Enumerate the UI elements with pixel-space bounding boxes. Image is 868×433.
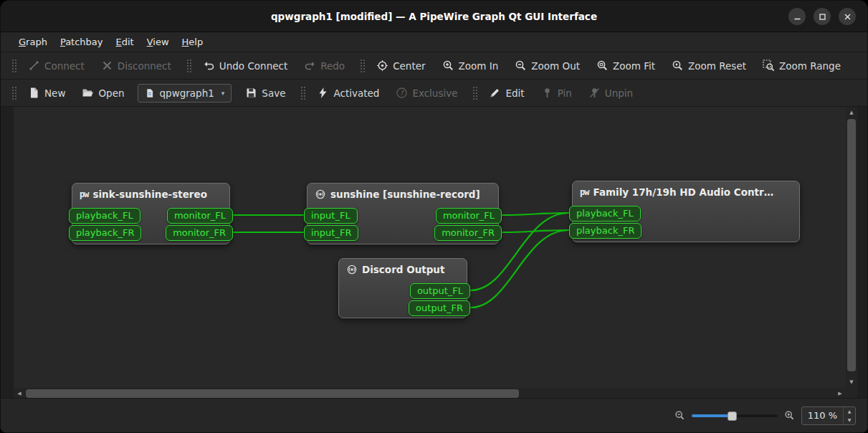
menu-graph[interactable]: Graph — [12, 34, 54, 50]
pin-button[interactable]: Pin — [535, 83, 578, 103]
open-button[interactable]: Open — [75, 83, 130, 103]
graph-canvas[interactable]: pw sink-sunshine-stereo playback_FL play… — [14, 107, 846, 388]
node-sink-sunshine-stereo[interactable]: pw sink-sunshine-stereo playback_FL play… — [72, 183, 230, 244]
exclusive-label: Exclusive — [412, 87, 457, 99]
patchbay-profile-combobox[interactable]: qpwgraph1 ▾ — [138, 84, 232, 103]
menu-help[interactable]: Help — [176, 34, 210, 50]
port-monitor-fl[interactable]: monitor_FL — [436, 208, 502, 224]
zoom-range-button[interactable]: Zoom Range — [756, 56, 847, 75]
save-button[interactable]: Save — [239, 83, 292, 103]
port-playback-fr[interactable]: playback_FR — [569, 223, 642, 239]
maximize-button[interactable] — [814, 8, 831, 25]
main-toolbar: Connect Disconnect Undo Connect Redo — [1, 52, 867, 80]
activated-bolt-icon — [317, 87, 329, 99]
maximize-icon — [819, 13, 826, 21]
toolbar-drag-handle[interactable] — [360, 59, 365, 73]
vertical-scrollbar-handle[interactable] — [847, 119, 856, 371]
disconnect-button[interactable]: Disconnect — [95, 56, 178, 75]
minimize-button[interactable] — [788, 8, 806, 25]
app-window: qpwgraph1 [modified] — A PipeWire Graph … — [0, 0, 868, 433]
redo-icon — [304, 60, 316, 72]
chevron-down-icon: ▾ — [221, 90, 225, 97]
close-icon — [844, 13, 852, 21]
center-label: Center — [393, 60, 425, 72]
zoom-fit-label: Zoom Fit — [613, 60, 655, 72]
undo-connect-label: Undo Connect — [219, 60, 287, 72]
close-button[interactable] — [839, 8, 856, 25]
scroll-down-arrow[interactable]: ▼ — [846, 376, 857, 388]
unpin-button[interactable]: Unpin — [582, 83, 639, 103]
zoom-range-label: Zoom Range — [779, 60, 841, 72]
node-family-hd-audio[interactable]: pw Family 17h/19h HD Audio Contr… playba… — [572, 181, 800, 242]
pin-icon — [541, 87, 553, 99]
port-output-fl[interactable]: output_FL — [410, 283, 470, 299]
vertical-scrollbar[interactable]: ▲ ▼ — [846, 107, 857, 388]
center-button[interactable]: Center — [370, 56, 431, 75]
connect-icon — [28, 60, 40, 72]
zoom-slider[interactable] — [692, 411, 778, 421]
patchbay-toolbar: New Open qpwgraph1 ▾ Save — [1, 80, 867, 107]
toolbar-drag-handle[interactable] — [186, 59, 191, 73]
zoom-spinbox[interactable]: 110 % ▲ ▼ — [801, 406, 856, 425]
port-monitor-fr[interactable]: monitor_FR — [166, 225, 233, 241]
toolbar-drag-handle[interactable] — [11, 59, 16, 73]
spin-up-button[interactable]: ▲ — [844, 407, 855, 416]
exclusive-toggle[interactable]: f Exclusive — [389, 83, 464, 103]
redo-button[interactable]: Redo — [297, 56, 351, 75]
window-title: qpwgraph1 [modified] — A PipeWire Graph … — [1, 1, 867, 32]
toolbar-drag-handle[interactable] — [300, 86, 305, 100]
zoom-fit-button[interactable]: Zoom Fit — [590, 56, 662, 75]
port-playback-fr[interactable]: playback_FR — [69, 225, 141, 241]
horizontal-scrollbar-handle[interactable] — [26, 389, 519, 398]
open-label: Open — [98, 87, 124, 99]
zoom-reset-icon — [672, 60, 684, 72]
port-output-fr[interactable]: output_FR — [409, 300, 470, 316]
toolbar-drag-handle[interactable] — [472, 86, 477, 100]
port-input-fl[interactable]: input_FL — [304, 208, 358, 224]
node-header: pw sink-sunshine-stereo — [72, 184, 229, 203]
new-button[interactable]: New — [22, 83, 72, 103]
patchbay-file-icon — [145, 88, 155, 98]
node-discord-output[interactable]: Discord Output output_FL output_FR — [338, 258, 467, 318]
menu-view[interactable]: View — [140, 34, 176, 50]
unpin-icon — [588, 87, 601, 99]
unpin-label: Unpin — [605, 87, 633, 99]
status-bar: 110 % ▲ ▼ — [1, 398, 867, 432]
node-title: Family 17h/19h HD Audio Contr… — [593, 186, 773, 198]
scroll-up-arrow[interactable]: ▲ — [846, 107, 857, 118]
zoom-in-button[interactable]: Zoom In — [436, 56, 505, 75]
zoom-in-small-icon[interactable] — [784, 410, 795, 421]
activated-label: Activated — [333, 87, 379, 99]
exclusive-icon: f — [396, 87, 408, 99]
undo-connect-button[interactable]: Undo Connect — [196, 56, 294, 75]
node-title: Discord Output — [362, 264, 444, 275]
port-input-fr[interactable]: input_FR — [304, 225, 358, 241]
zoom-controls: 110 % ▲ ▼ — [674, 406, 856, 425]
spin-down-button[interactable]: ▼ — [844, 416, 855, 424]
activated-toggle[interactable]: Activated — [310, 83, 386, 103]
node-title: sink-sunshine-stereo — [92, 189, 207, 200]
save-label: Save — [262, 87, 285, 99]
menu-edit[interactable]: Edit — [110, 34, 140, 50]
toolbar-drag-handle[interactable] — [11, 86, 16, 100]
connect-button[interactable]: Connect — [22, 56, 91, 75]
edit-toggle[interactable]: Edit — [482, 83, 530, 103]
pipewire-icon: pw — [80, 189, 88, 199]
zoom-out-label: Zoom Out — [531, 60, 580, 72]
port-playback-fl[interactable]: playback_FL — [69, 208, 140, 224]
node-sunshine[interactable]: sunshine [sunshine-record] input_FL inpu… — [307, 183, 499, 244]
patchbay-profile-value: qpwgraph1 — [160, 87, 214, 99]
port-monitor-fl[interactable]: monitor_FL — [167, 208, 233, 224]
zoom-out-small-icon[interactable] — [674, 410, 685, 421]
menu-patchbay[interactable]: Patchbay — [54, 34, 110, 50]
speaker-icon — [315, 189, 326, 200]
zoom-out-button[interactable]: Zoom Out — [508, 56, 586, 75]
menu-bar: Graph Patchbay Edit View Help — [1, 32, 867, 52]
zoom-reset-button[interactable]: Zoom Reset — [665, 56, 753, 75]
center-icon — [376, 60, 388, 72]
disconnect-icon — [101, 60, 113, 72]
port-playback-fl[interactable]: playback_FL — [569, 206, 641, 222]
port-monitor-fr[interactable]: monitor_FR — [434, 225, 502, 241]
edit-label: Edit — [505, 87, 524, 99]
zoom-slider-handle[interactable] — [728, 411, 737, 421]
